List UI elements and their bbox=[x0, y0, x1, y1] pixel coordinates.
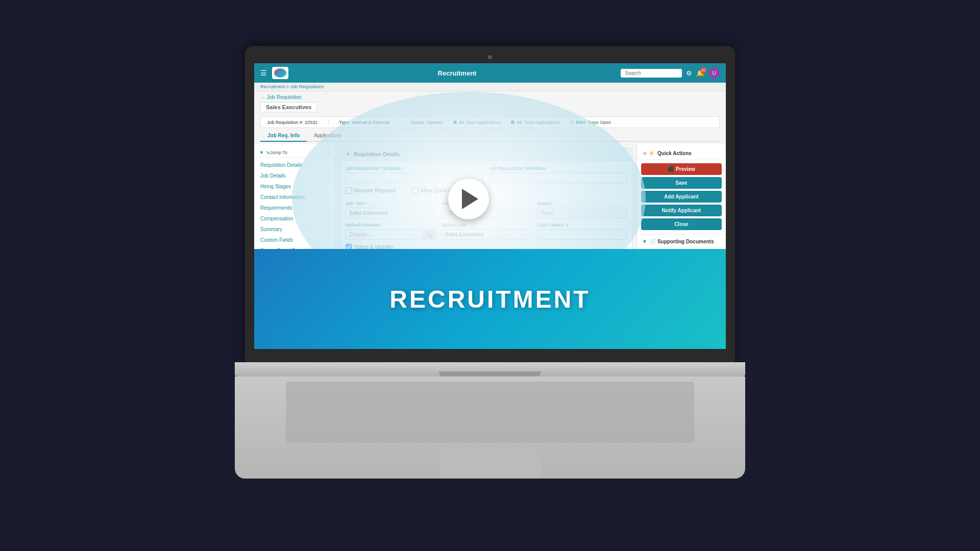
add-applicant-button[interactable]: Add Applicant bbox=[641, 191, 722, 203]
sidebar-item-hiring-stages[interactable]: Hiring Stages bbox=[254, 181, 335, 192]
supporting-docs-title: Supporting Documents bbox=[657, 239, 714, 244]
upload-label: Upload Document bbox=[642, 262, 721, 267]
visibility-from-label: Visibility Date From bbox=[346, 254, 483, 259]
choose-file-button[interactable]: Choose... bbox=[642, 268, 671, 278]
job-title-input[interactable] bbox=[346, 208, 435, 218]
template-workflow-row: Job Requisition Template Job Requisition… bbox=[346, 166, 627, 183]
laptop-keyboard-area bbox=[235, 377, 745, 479]
visibility-from-input[interactable] bbox=[346, 260, 483, 271]
docs-info-text: A maximum of 5 files are allowed to be a… bbox=[646, 248, 721, 258]
status-field-label: Status bbox=[537, 201, 627, 206]
stat-new-apps: 30 New Applications bbox=[453, 120, 501, 125]
allow-quick-app-checkbox[interactable] bbox=[412, 187, 419, 194]
right-sidebar: ⊲ ⚡ Quick Actions ⬛ Preview Save Add App… bbox=[636, 144, 726, 349]
sidebar-item-custom-fields[interactable]: Custom Fields bbox=[254, 235, 335, 245]
search-input[interactable] bbox=[621, 69, 682, 78]
avatar[interactable]: U bbox=[708, 67, 720, 79]
jump-to-icon2[interactable]: ⇲ bbox=[266, 150, 270, 155]
sidebar-item-career-portal[interactable]: Career Portal Page Links bbox=[254, 245, 335, 256]
touchpad bbox=[439, 452, 541, 478]
left-nav: ▼ ⇲ Jump To ⊣ Requisition Details Job De… bbox=[254, 144, 336, 349]
breadcrumb: Recruitment > Job Requisitions bbox=[254, 83, 726, 91]
tab-job-req-info[interactable]: Job Req. Info bbox=[260, 130, 307, 142]
sidebar-item-requirements[interactable]: Requirements bbox=[254, 203, 335, 213]
center-content: ▼ Requisition Details Job Requisition Te… bbox=[336, 144, 636, 349]
docs-toggle-icon[interactable]: ▼ bbox=[642, 239, 647, 244]
visibility-from-group: Visibility Date From bbox=[346, 254, 483, 271]
sidebar-expand-icon[interactable]: ⊲ bbox=[642, 151, 646, 156]
resume-required-checkbox[interactable] bbox=[346, 187, 352, 194]
status-input bbox=[537, 208, 627, 218]
save-button[interactable]: Save bbox=[641, 177, 722, 189]
sidebar-item-compensation[interactable]: Compensation bbox=[254, 213, 335, 224]
notification-icon[interactable]: 🔔 20 bbox=[696, 69, 704, 77]
laptop-container: ☰ Recruitment ⚙ 🔔 20 U bbox=[235, 46, 745, 505]
default-position-input[interactable] bbox=[346, 230, 423, 239]
requisition-details-header: ▼ Requisition Details bbox=[340, 148, 632, 161]
file-choose-row: Choose... No file chosen bbox=[642, 268, 721, 278]
workflow-label: Job Requisition Workflow bbox=[489, 166, 627, 171]
info-icon: ℹ bbox=[642, 248, 644, 254]
sidebar-item-equest[interactable]: eQuest bbox=[254, 256, 335, 267]
upload-section: Upload Document Choose... No file chosen bbox=[637, 260, 726, 280]
nav-toggle-icon[interactable]: ⊣ bbox=[326, 150, 330, 155]
sidebar-item-requisition-details[interactable]: Requisition Details bbox=[254, 160, 335, 170]
preview-stop-icon: ⬛ bbox=[668, 166, 674, 172]
page-header: ← Job Requisition Sales Executives bbox=[254, 91, 726, 114]
workflow-input[interactable] bbox=[489, 172, 627, 183]
default-job-select[interactable]: Sales Executives bbox=[442, 229, 531, 240]
breadcrumb-link2[interactable]: Job Requisitions bbox=[290, 84, 324, 89]
lightning-icon: ⚡ bbox=[648, 150, 655, 157]
sidebar-item-job-details[interactable]: Job Details bbox=[254, 170, 335, 181]
default-position-row: Default Position 🔍 Default Job bbox=[346, 222, 627, 240]
status-visibility-label: Status & Visibility bbox=[354, 244, 394, 250]
app-ui: ☰ Recruitment ⚙ 🔔 20 U bbox=[254, 63, 726, 349]
breadcrumb-link1[interactable]: Recruitment bbox=[260, 84, 285, 89]
requisition-details-card: ▼ Requisition Details Job Requisition Te… bbox=[340, 148, 632, 281]
close-button[interactable]: Close bbox=[641, 218, 722, 230]
play-button[interactable] bbox=[448, 179, 489, 219]
docs-info: ℹ A maximum of 5 files are allowed to be… bbox=[637, 246, 726, 260]
cost-center-label: Cost Center: 1 bbox=[537, 222, 627, 228]
requisition-details-body: Job Requisition Template Job Requisition… bbox=[340, 161, 632, 280]
visibility-dates-row: Visibility Date From Visibility Date To bbox=[346, 254, 627, 271]
default-position-input-wrapper: 🔍 bbox=[346, 229, 435, 240]
preview-button[interactable]: ⬛ Preview bbox=[641, 163, 722, 175]
hamburger-icon[interactable]: ☰ bbox=[260, 69, 267, 77]
section-chevron-icon[interactable]: ▼ bbox=[346, 152, 351, 157]
tab-applications[interactable]: Applications bbox=[307, 130, 349, 142]
stats-bar: Job Requisition #: 22531 | Type: Interna… bbox=[260, 116, 720, 128]
status-group: Status bbox=[537, 201, 627, 218]
job-title-label: Job Title * bbox=[346, 201, 435, 206]
main-content: ▼ ⇲ Jump To ⊣ Requisition Details Job De… bbox=[254, 144, 726, 349]
default-position-search-btn[interactable]: 🔍 bbox=[423, 230, 435, 239]
back-button[interactable]: ← Job Requisition bbox=[260, 94, 720, 100]
default-job-label: Default Job bbox=[442, 222, 531, 228]
notification-badge: 20 bbox=[700, 67, 706, 73]
quick-actions-header: ⊲ ⚡ Quick Actions bbox=[637, 148, 726, 160]
default-position-group: Default Position 🔍 bbox=[346, 222, 435, 240]
quick-actions-title: Quick Actions bbox=[657, 151, 692, 156]
status-visibility-checkbox[interactable] bbox=[346, 244, 352, 251]
collapse-icon[interactable]: ▼ bbox=[259, 150, 264, 155]
jump-to-label: Jump To bbox=[270, 150, 287, 155]
notify-applicant-button[interactable]: Notify Applicant bbox=[641, 205, 722, 216]
cost-center-select[interactable] bbox=[537, 229, 627, 240]
docs-icon: 📄 bbox=[649, 239, 655, 244]
stat-days-open: ⊙ 999+ Days Open bbox=[570, 119, 611, 125]
breadcrumb-separator: > bbox=[286, 84, 290, 89]
sidebar-item-summary[interactable]: Summary bbox=[254, 224, 335, 235]
default-job-group: Default Job Sales Executives bbox=[442, 222, 531, 240]
stat-dot-1 bbox=[453, 120, 457, 124]
visibility-to-input[interactable] bbox=[489, 260, 627, 271]
preview-label: Preview bbox=[676, 166, 695, 172]
screen: ☰ Recruitment ⚙ 🔔 20 U bbox=[254, 63, 726, 349]
sidebar-item-contact-information[interactable]: Contact Information bbox=[254, 192, 335, 203]
help-icon[interactable]: ⚙ bbox=[686, 69, 692, 77]
header-title: Recruitment bbox=[293, 69, 621, 77]
stat-total-apps: 30 Total Applications bbox=[511, 120, 559, 125]
header-icons: ⚙ 🔔 20 U bbox=[621, 67, 720, 79]
workflow-group: Job Requisition Workflow bbox=[489, 166, 627, 183]
type-label: Type: Internal & External bbox=[339, 120, 389, 125]
app-logo bbox=[272, 67, 288, 79]
